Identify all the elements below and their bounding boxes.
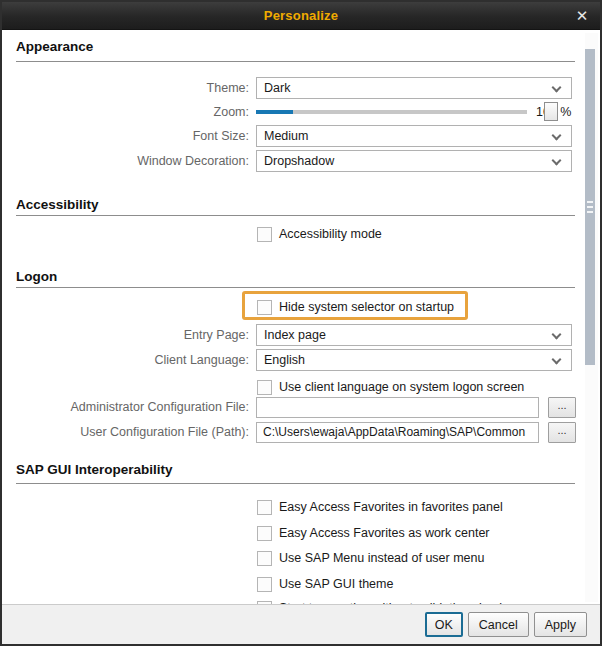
section-header-interoperability: SAP GUI Interoperability	[16, 462, 173, 477]
chevron-down-icon	[552, 131, 562, 141]
window-decoration-label: Window Decoration:	[2, 154, 256, 168]
section-header-appearance: Appearance	[16, 39, 93, 54]
section-header-logon: Logon	[16, 269, 57, 284]
font-size-label: Font Size:	[2, 129, 256, 143]
chevron-down-icon	[552, 330, 562, 340]
title-bar: Personalize ✕	[2, 2, 600, 30]
theme-select[interactable]: Dark	[256, 77, 572, 99]
scrollbar-grip-icon	[587, 211, 593, 213]
use-client-language-row: Use client language on system logon scre…	[257, 379, 524, 395]
dialog-body: Appearance Theme: Dark Zoom: 100 % Font …	[2, 31, 600, 644]
zoom-row: Zoom: 100 %	[2, 101, 571, 123]
ok-button[interactable]: OK	[425, 612, 463, 637]
easy-access-favorites-panel-checkbox[interactable]	[257, 500, 272, 515]
scrollbar-grip-icon	[587, 201, 593, 203]
personalize-dialog: Personalize ✕ Appearance Theme: Dark Zoo…	[0, 0, 602, 646]
use-sap-menu-row: Use SAP Menu instead of user menu	[257, 550, 484, 566]
easy-access-favorites-workcenter-checkbox[interactable]	[257, 526, 272, 541]
font-size-value: Medium	[264, 129, 308, 143]
theme-row: Theme: Dark	[2, 77, 572, 99]
option-label: Easy Access Favorites as work center	[279, 526, 490, 540]
window-decoration-value: Dropshadow	[264, 154, 334, 168]
client-language-row: Client Language: English	[2, 349, 572, 371]
chevron-down-icon	[552, 156, 562, 166]
admin-config-file-label: Administrator Configuration File:	[2, 400, 256, 414]
scrollbar-track[interactable]	[585, 33, 598, 602]
slider-fill	[256, 110, 293, 114]
option-label: Use SAP Menu instead of user menu	[279, 551, 484, 565]
entry-page-select[interactable]: Index page	[256, 324, 572, 346]
zoom-slider[interactable]	[256, 101, 527, 123]
option-label: Use SAP GUI theme	[279, 577, 393, 591]
font-size-select[interactable]: Medium	[256, 125, 572, 147]
section-divider	[16, 287, 575, 288]
use-sap-menu-checkbox[interactable]	[257, 551, 272, 566]
section-header-accessibility: Accessibility	[16, 197, 99, 212]
chevron-down-icon	[552, 355, 562, 365]
chevron-down-icon	[552, 83, 562, 93]
easy-access-favorites-panel-row: Easy Access Favorites in favorites panel	[257, 499, 503, 515]
use-client-language-checkbox[interactable]	[257, 380, 272, 395]
use-sap-gui-theme-row: Use SAP GUI theme	[257, 576, 393, 592]
footer-bar: OK Cancel Apply	[2, 604, 600, 644]
admin-config-browse-button[interactable]: ...	[548, 397, 576, 418]
client-language-value: English	[264, 353, 305, 367]
section-divider	[16, 483, 575, 484]
window-decoration-row: Window Decoration: Dropshadow	[2, 150, 572, 172]
hide-system-selector-checkbox[interactable]	[257, 300, 272, 315]
accessibility-mode-label: Accessibility mode	[279, 227, 382, 241]
section-divider	[16, 215, 575, 216]
client-language-select[interactable]: English	[256, 349, 572, 371]
hide-system-selector-row: Hide system selector on startup	[257, 299, 454, 315]
font-size-row: Font Size: Medium	[2, 125, 572, 147]
scrollbar-thumb[interactable]	[585, 49, 595, 365]
section-divider	[16, 61, 575, 62]
dialog-title: Personalize	[2, 2, 600, 30]
hide-system-selector-label: Hide system selector on startup	[279, 300, 454, 314]
zoom-label: Zoom:	[2, 105, 256, 119]
entry-page-label: Entry Page:	[2, 328, 256, 342]
accessibility-mode-checkbox[interactable]	[257, 227, 272, 242]
option-label: Easy Access Favorites in favorites panel	[279, 500, 503, 514]
user-config-file-row: User Configuration File (Path): ...	[2, 421, 576, 443]
admin-config-file-input[interactable]	[256, 397, 539, 418]
close-icon[interactable]: ✕	[570, 2, 594, 30]
apply-button[interactable]: Apply	[534, 612, 587, 637]
theme-value: Dark	[264, 81, 290, 95]
accessibility-mode-row: Accessibility mode	[257, 226, 382, 242]
use-sap-gui-theme-checkbox[interactable]	[257, 577, 272, 592]
client-language-label: Client Language:	[2, 353, 256, 367]
easy-access-favorites-workcenter-row: Easy Access Favorites as work center	[257, 525, 490, 541]
user-config-browse-button[interactable]: ...	[548, 422, 576, 443]
entry-page-value: Index page	[264, 328, 326, 342]
theme-label: Theme:	[2, 81, 256, 95]
window-decoration-select[interactable]: Dropshadow	[256, 150, 572, 172]
slider-handle[interactable]	[544, 102, 558, 121]
cancel-button[interactable]: Cancel	[468, 612, 529, 637]
scrollbar-grip-icon	[587, 206, 593, 208]
user-config-file-input[interactable]	[256, 422, 539, 443]
admin-config-file-row: Administrator Configuration File: ...	[2, 396, 576, 418]
user-config-file-label: User Configuration File (Path):	[2, 425, 256, 439]
entry-page-row: Entry Page: Index page	[2, 324, 572, 346]
slider-track[interactable]	[256, 110, 527, 114]
use-client-language-label: Use client language on system logon scre…	[279, 380, 524, 394]
